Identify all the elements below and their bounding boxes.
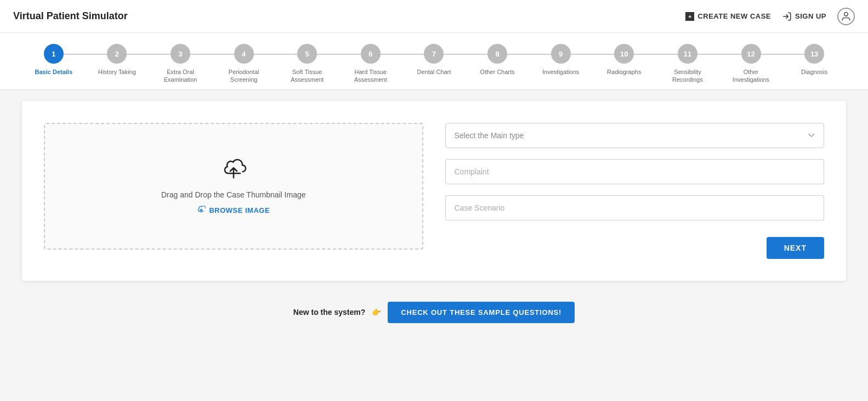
- case-scenario-input[interactable]: [445, 195, 825, 221]
- sign-in-icon: [782, 12, 792, 21]
- card-body: Drag and Drop the Case Thumbnail Image B…: [44, 123, 824, 259]
- step-item-7[interactable]: 7Dental Chart: [402, 44, 466, 76]
- navbar-actions: + CREATE NEW CASE SIGN UP: [685, 8, 855, 25]
- step-circle-5: 5: [297, 44, 317, 64]
- upload-drag-text: Drag and Drop the Case Thumbnail Image: [161, 190, 306, 199]
- sign-up-button[interactable]: SIGN UP: [782, 12, 826, 21]
- form-area: Select the Main type NEXT: [445, 123, 825, 259]
- main-type-select[interactable]: Select the Main type: [445, 123, 825, 148]
- step-label-2: History Taking: [98, 68, 136, 76]
- step-item-10[interactable]: 10Radiographs: [592, 44, 656, 76]
- app-title: Virtual Patient Simulator: [13, 10, 128, 22]
- step-item-9[interactable]: 9Investigations: [529, 44, 593, 76]
- next-row: NEXT: [445, 237, 825, 259]
- main-card: Drag and Drop the Case Thumbnail Image B…: [22, 101, 846, 281]
- step-item-1[interactable]: 1Basic Details: [22, 44, 86, 76]
- create-new-case-button[interactable]: + CREATE NEW CASE: [685, 12, 771, 21]
- step-item-5[interactable]: 5Soft Tissue Assessment: [275, 44, 339, 84]
- step-label-6: Hard Tissue Assessment: [346, 68, 395, 84]
- step-item-11[interactable]: 11Sensibility Recordings: [656, 44, 719, 84]
- step-circle-8: 8: [487, 44, 507, 64]
- step-circle-4: 4: [234, 44, 254, 64]
- step-item-12[interactable]: 12Other Investigations: [719, 44, 783, 84]
- step-item-3[interactable]: 3Extra Oral Examination: [149, 44, 212, 84]
- step-label-9: Investigations: [542, 68, 579, 76]
- step-circle-6: 6: [361, 44, 381, 64]
- step-label-5: Soft Tissue Assessment: [282, 68, 332, 84]
- sample-questions-button[interactable]: CHECK OUT THESE SAMPLE QUESTIONS!: [388, 302, 575, 323]
- step-label-8: Other Charts: [480, 68, 515, 76]
- step-label-12: Other Investigations: [727, 68, 776, 84]
- step-circle-2: 2: [107, 44, 127, 64]
- step-item-13[interactable]: 13Diagnosis: [782, 44, 846, 76]
- step-circle-1: 1: [44, 44, 64, 64]
- footer-bar: New to the system? 👉 CHECK OUT THESE SAM…: [0, 292, 868, 333]
- main-content: Drag and Drop the Case Thumbnail Image B…: [0, 90, 868, 292]
- step-item-2[interactable]: 2History Taking: [86, 44, 149, 76]
- complaint-input[interactable]: [445, 159, 825, 184]
- svg-point-1: [844, 12, 848, 16]
- step-item-8[interactable]: 8Other Charts: [466, 44, 529, 76]
- step-label-13: Diagnosis: [801, 68, 827, 76]
- step-circle-3: 3: [171, 44, 190, 64]
- step-circle-10: 10: [614, 44, 634, 64]
- browse-label: BROWSE IMAGE: [209, 206, 270, 214]
- step-item-6[interactable]: 6Hard Tissue Assessment: [339, 44, 402, 84]
- new-to-system-text: New to the system?: [293, 308, 365, 317]
- step-circle-9: 9: [551, 44, 571, 64]
- step-label-11: Sensibility Recordings: [663, 68, 712, 84]
- step-circle-11: 11: [678, 44, 697, 64]
- browse-image-button[interactable]: BROWSE IMAGE: [197, 206, 270, 216]
- stepper-container: 1Basic Details2History Taking3Extra Oral…: [0, 33, 868, 90]
- step-label-10: Radiographs: [607, 68, 641, 76]
- step-label-1: Basic Details: [35, 68, 72, 76]
- step-circle-7: 7: [424, 44, 444, 64]
- next-button[interactable]: NEXT: [767, 237, 824, 259]
- step-label-3: Extra Oral Examination: [156, 68, 205, 84]
- plus-icon: +: [685, 12, 694, 21]
- browse-cloud-icon: [197, 206, 206, 216]
- step-circle-12: 12: [741, 44, 761, 64]
- step-item-4[interactable]: 4Periodontal Screening: [212, 44, 276, 84]
- step-label-7: Dental Chart: [417, 68, 451, 76]
- step-circle-13: 13: [804, 44, 824, 64]
- user-avatar[interactable]: [837, 8, 855, 25]
- upload-area: Drag and Drop the Case Thumbnail Image B…: [44, 123, 423, 259]
- upload-dropzone[interactable]: Drag and Drop the Case Thumbnail Image B…: [44, 123, 423, 250]
- step-label-4: Periodontal Screening: [219, 68, 269, 84]
- navbar: Virtual Patient Simulator + CREATE NEW C…: [0, 0, 868, 33]
- stepper: 1Basic Details2History Taking3Extra Oral…: [22, 44, 846, 84]
- footer-emoji: 👉: [372, 308, 381, 317]
- upload-cloud-icon: [220, 157, 247, 184]
